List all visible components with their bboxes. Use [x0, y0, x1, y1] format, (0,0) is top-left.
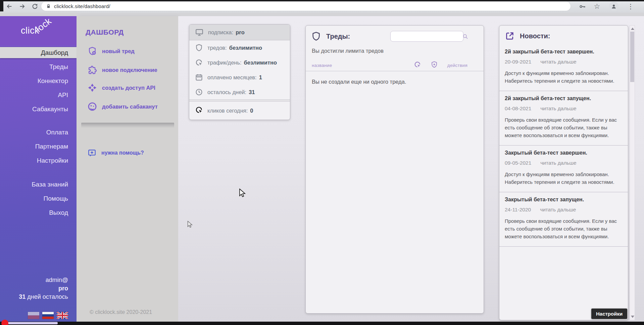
sidebar-item-logout[interactable]: Выход [0, 207, 77, 218]
shield-star-icon [431, 61, 438, 70]
news-item: Закрытый бета-тест запущен. 24-11-2020 ч… [499, 192, 628, 247]
sidebar-group-main: Дашборд Треды Коннектор API Сабакаунты [0, 47, 77, 115]
browser-toolbar: clicklock.site/dashboard/ ☆ ⋮ [0, 0, 644, 13]
address-bar[interactable]: clicklock.site/dashboard/ [41, 2, 571, 11]
new-connection-button[interactable]: новое подключение [88, 64, 157, 76]
move-arrows-icon [88, 83, 97, 92]
cursor-click-icon [195, 106, 203, 115]
refresh-icon[interactable] [30, 1, 40, 12]
page-title: ДАШБОРД [86, 28, 124, 36]
flag-russia-icon[interactable] [42, 312, 54, 319]
stats-row-days-left: осталось дней: 31 [189, 85, 290, 99]
profile-avatar[interactable] [608, 1, 620, 11]
search-icon [462, 33, 468, 40]
account-info: admin@ pro 31 дней осталось [19, 276, 68, 301]
clock-icon [195, 88, 203, 96]
shield-icon [311, 31, 321, 41]
sidebar-item-api[interactable]: API [0, 89, 77, 100]
puzzle-icon [88, 65, 97, 75]
shield-icon [195, 44, 203, 52]
sidebar-item-dashboard[interactable]: Дашборд [0, 47, 77, 58]
news-item: Закрытый бета-тест завершен. 09-05-2021 … [499, 146, 628, 192]
threads-header: Треды: [306, 26, 484, 42]
shield-plus-icon [88, 46, 97, 56]
calendar-icon [195, 73, 203, 81]
back-icon[interactable] [4, 1, 15, 12]
sidebar-item-knowledge-base[interactable]: База знаний [0, 179, 77, 190]
news-title: Новости: [520, 32, 550, 40]
face-icon [88, 102, 97, 111]
dashboard-menu-column: ДАШБОРД новый тред новое подключение соз… [77, 16, 178, 325]
search-input[interactable] [391, 32, 462, 41]
create-api-access-button[interactable]: создать доступ API [88, 82, 155, 93]
stats-row-clicks-today: кликов сегодня: 0 [189, 101, 290, 120]
threads-title: Треды: [326, 33, 350, 40]
news-date: 20-09-2021 [505, 59, 531, 65]
external-link-icon [505, 31, 515, 41]
scrollbar-thumb[interactable] [630, 32, 634, 82]
need-help-link[interactable]: нужна помощь? [88, 147, 144, 159]
new-thread-button[interactable]: новый тред [88, 45, 135, 57]
language-switcher [28, 312, 68, 319]
scroll-up-icon[interactable] [631, 28, 634, 30]
read-more-link[interactable]: читать дальше [540, 160, 576, 166]
scrollbar[interactable] [630, 25, 635, 320]
menu-divider [81, 123, 174, 128]
sidebar-group-misc: База знаний Помощь Выход [0, 179, 77, 218]
column-name: название [312, 63, 332, 68]
cursor-click-icon [414, 61, 421, 70]
copyright: © clicklock.site 2020-2021 [90, 309, 152, 315]
monitor-icon [195, 28, 204, 37]
scroll-down-icon[interactable] [631, 316, 634, 318]
sidebar-group-billing: Оплата Партнерам Настройки [0, 127, 77, 166]
column-icons [414, 61, 438, 70]
sidebar-item-partners[interactable]: Партнерам [0, 141, 77, 152]
main-content: подписка: pro тредов: безлимитно трафик/… [178, 16, 644, 325]
video-progress-bar[interactable] [0, 322, 644, 325]
column-actions: действия [447, 63, 467, 68]
app-screen: clicklock.site/dashboard/ ☆ ⋮ clicklock … [0, 0, 644, 325]
video-playhead[interactable] [1, 320, 8, 325]
window-corner [0, 0, 3, 11]
read-more-link[interactable]: читать дальше [540, 59, 576, 65]
news-date: 09-05-2021 [505, 160, 531, 166]
logo[interactable]: clicklock [0, 16, 77, 45]
sidebar: clicklock Дашборд Треды Коннектор API Са… [0, 16, 77, 325]
account-plan: pro [19, 284, 68, 293]
stats-row-traffic: трафик/день: безлимитно [189, 55, 290, 70]
bookmark-star-icon[interactable]: ☆ [591, 1, 603, 11]
flag-poland-icon[interactable] [28, 312, 39, 319]
stats-row-months: оплачено месяцев: 1 [189, 70, 290, 85]
sidebar-item-settings[interactable]: Настройки [0, 155, 77, 166]
account-days-left: 31 дней осталось [19, 293, 68, 301]
flag-uk-icon[interactable] [57, 312, 68, 319]
sidebar-item-help[interactable]: Помощь [0, 193, 77, 204]
sidebar-item-threads[interactable]: Треды [0, 61, 77, 72]
mouse-cursor [239, 189, 247, 199]
page-top-strip [0, 13, 644, 16]
sidebar-item-payment[interactable]: Оплата [0, 127, 77, 138]
key-icon[interactable] [577, 1, 588, 11]
help-chat-icon [88, 149, 96, 157]
news-date: 04-08-2021 [505, 106, 531, 112]
forward-icon[interactable] [17, 1, 28, 12]
url-text[interactable]: clicklock.site/dashboard/ [54, 3, 110, 9]
news-item: 2й закрытый бета-тест запущен. 04-08-202… [499, 91, 628, 146]
threads-table-header: название действия [306, 59, 484, 71]
video-progress-track[interactable] [6, 322, 58, 324]
sidebar-item-connector[interactable]: Коннектор [0, 75, 77, 86]
mouse-cursor-ghost [187, 221, 194, 229]
settings-tooltip-button[interactable]: Настройки [591, 309, 627, 319]
stats-header: подписка: pro [189, 25, 290, 40]
read-more-link[interactable]: читать дальше [540, 106, 576, 112]
read-more-link[interactable]: читать дальше [540, 207, 576, 213]
thread-limit-message: Вы достигли лимита тредов [312, 48, 484, 54]
stats-row-threads: тредов: безлимитно [189, 40, 290, 55]
cursor-click-icon [195, 58, 203, 67]
thread-search [390, 31, 463, 42]
add-subaccount-button[interactable]: добавить сабаканут [88, 101, 158, 112]
account-email: admin@ [19, 276, 68, 284]
sidebar-item-subaccounts[interactable]: Сабакаунты [0, 104, 77, 115]
browser-menu-icon[interactable]: ⋮ [625, 1, 636, 11]
news-date: 24-11-2020 [505, 207, 531, 213]
